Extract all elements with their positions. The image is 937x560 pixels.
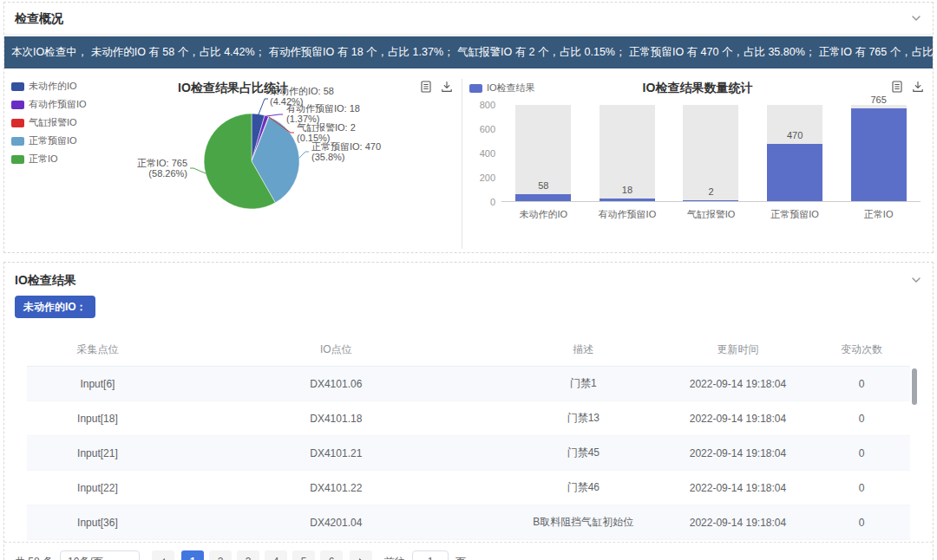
table-cell: B取料阻挡气缸初始位 [504,505,663,540]
legend-label: 气缸报警IO [29,116,77,129]
page-button-6[interactable]: 6 [320,550,343,560]
table-cell: Input[21] [27,436,168,471]
bar-xlabels: 未动作的IO有动作预留IO气缸报警IO正常预留IO正常IO [501,208,921,221]
table-scrollbar-thumb[interactable] [912,368,917,405]
bar-slot: 18 [586,105,670,201]
bar[interactable] [851,108,907,201]
table-cell: Input[18] [27,401,168,436]
next-page-button[interactable] [350,550,372,560]
bar-value-label: 2 [669,186,753,197]
bar-legend[interactable]: IO检查结果 [469,81,535,94]
y-axis-tick: 800 [462,99,495,111]
legend-label: 正常预留IO [29,134,77,147]
table-row[interactable]: Input[18]DX4101.18门禁132022-09-14 19:18:0… [27,401,910,436]
legend-label: IO检查结果 [487,81,535,94]
data-view-icon[interactable] [891,81,903,93]
legend-item[interactable]: 未动作的IO [11,80,87,93]
bar[interactable] [515,194,571,201]
bar[interactable] [683,200,738,201]
table-cell: 2022-09-14 19:18:04 [663,367,813,401]
bar-plot[interactable]: 58182470765 [501,105,921,202]
legend-swatch [11,137,24,146]
legend-item[interactable]: 有动作预留IO [11,98,87,111]
pie-chart: IO检查结果占比统计 未动作的IO有动作预留IO气缸报警IO正常预留IO正常IO… [4,75,462,252]
legend-label: 正常IO [29,153,58,166]
table-header-cell: 变动次数 [813,334,910,367]
legend-swatch [11,101,24,109]
y-axis-tick: 400 [462,147,495,160]
table-cell: DX4101.06 [168,367,504,401]
table-row[interactable]: Input[6]DX4101.06门禁12022-09-14 19:18:040 [27,367,910,401]
results-table-wrap: 采集点位IO点位描述更新时间变动次数 Input[6]DX4101.06门禁12… [27,334,910,540]
y-axis-tick: 600 [462,123,495,135]
chevron-down-icon[interactable] [910,274,922,286]
prev-page-button[interactable] [152,550,174,560]
table-cell: DX4101.18 [168,401,504,436]
table-row[interactable]: Input[36]DX4201.04B取料阻挡气缸初始位2022-09-14 1… [27,505,910,540]
bar-chart: IO检查结果 IO检查结果数量统计 0200400600800 58182470… [462,75,933,252]
chevron-down-icon[interactable] [910,12,922,24]
data-view-icon[interactable] [420,81,432,93]
results-table: 采集点位IO点位描述更新时间变动次数 Input[6]DX4101.06门禁12… [27,334,910,540]
bar[interactable] [767,144,822,201]
table-cell: 2022-09-14 19:18:04 [663,401,813,436]
pie-label-line [266,114,283,116]
table-cell: 0 [813,367,910,401]
goto-page-input[interactable] [412,550,449,560]
bar-x-label: 未动作的IO [501,208,586,221]
legend-label: 有动作预留IO [29,98,87,111]
pie-label: 正常预留IO: 470(35.8%) [311,141,381,162]
table-cell: 0 [813,505,910,540]
table-cell: 门禁46 [504,471,663,505]
legend-swatch [11,82,24,91]
pie-toolbox [420,81,453,93]
table-cell: Input[36] [27,505,168,540]
overview-title: 检查概况 [15,11,63,25]
pie-label: 正常IO: 765(58.26%) [137,158,187,179]
page-button-5[interactable]: 5 [292,550,315,560]
pie-label-line [299,152,309,158]
page-button-2[interactable]: 2 [209,550,232,560]
bar[interactable] [600,199,655,201]
bar-toolbox [891,81,924,93]
legend-item[interactable]: 气缸报警IO [11,116,87,129]
table-cell: 2022-09-14 19:18:04 [663,505,813,540]
y-axis-tick: 200 [462,172,495,184]
bar-slot: 765 [836,105,921,201]
table-cell: Input[22] [27,471,168,505]
overview-panel: 检查概况 本次IO检查中， 未动作的IO 有 58 个，占比 4.42%； 有动… [3,2,934,253]
page-size-value: 10条/页 [68,555,103,560]
bar-x-label: 正常预留IO [753,208,837,221]
table-cell: 2022-09-14 19:18:04 [663,471,813,505]
legend-item[interactable]: 正常预留IO [11,134,87,147]
legend-item[interactable]: 正常IO [11,153,87,166]
summary-banner: 本次IO检查中， 未动作的IO 有 58 个，占比 4.42%； 有动作预留IO… [4,36,933,68]
results-panel: IO检查结果 未动作的IO： 采集点位IO点位描述更新时间变动次数 Input[… [3,262,934,560]
overview-header: 检查概况 [4,3,933,35]
pagination-pages: 123456 [181,550,343,560]
page-button-1[interactable]: 1 [181,550,204,560]
page-button-4[interactable]: 4 [265,550,287,560]
table-header-cell: 采集点位 [27,334,168,367]
page-button-3[interactable]: 3 [237,550,259,560]
table-header-cell: 描述 [504,334,663,367]
table-cell: DX4101.22 [168,471,504,505]
result-category-badge[interactable]: 未动作的IO： [15,296,95,318]
table-body: Input[6]DX4101.06门禁12022-09-14 19:18:040… [27,367,910,540]
table-header-row: 采集点位IO点位描述更新时间变动次数 [27,334,910,367]
bar-x-label: 正常IO [836,208,921,221]
download-icon[interactable] [912,81,924,93]
table-cell: Input[6] [27,367,168,401]
legend-swatch [11,155,24,164]
table-row[interactable]: Input[22]DX4101.22门禁462022-09-14 19:18:0… [27,471,910,505]
bar-slot: 58 [501,105,586,201]
page-size-select[interactable]: 10条/页 [60,550,140,560]
pie-legend: 未动作的IO有动作预留IO气缸报警IO正常预留IO正常IO [11,80,87,171]
table-row[interactable]: Input[21]DX4101.21门禁452022-09-14 19:18:0… [27,436,910,471]
goto-label: 前往 [384,555,405,560]
download-icon[interactable] [441,81,453,93]
table-cell: 0 [813,436,910,471]
page: 检查概况 本次IO检查中， 未动作的IO 有 58 个，占比 4.42%； 有动… [0,0,937,560]
table-cell: 门禁45 [504,436,663,471]
table-header-cell: IO点位 [168,334,504,367]
